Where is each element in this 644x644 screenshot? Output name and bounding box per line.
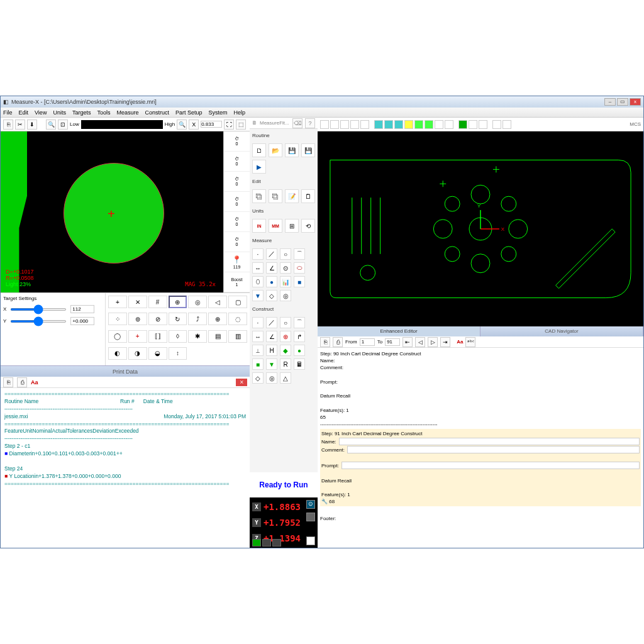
dro-y-axis[interactable]: Y [252, 518, 261, 527]
con-tangent-icon[interactable]: H [266, 345, 277, 356]
cad-flag-icon[interactable] [458, 120, 467, 129]
dro-home-icon[interactable] [252, 539, 261, 547]
meas-slot-icon[interactable]: ⬯ [252, 276, 264, 287]
editor-copy-icon[interactable]: ⎘ [320, 337, 330, 347]
mf-delete-icon[interactable]: ⌫ [292, 118, 303, 128]
cad-viewport[interactable]: X Y [318, 131, 643, 326]
tab-editor[interactable]: Enhanced Editor [318, 326, 480, 336]
light-3[interactable]: ⏱0 [224, 192, 250, 212]
menu-construct[interactable]: Construct [145, 109, 169, 116]
cad-note-icon[interactable] [479, 120, 487, 129]
tool-b-icon[interactable]: ⬚ [236, 119, 246, 130]
cad-copy-icon[interactable] [320, 120, 329, 129]
tool-rings-icon[interactable]: ⊚ [128, 313, 147, 325]
boost[interactable]: Boost1 [224, 272, 250, 292]
tool-box-icon[interactable]: ▢ [228, 296, 247, 308]
cad-view2-icon[interactable] [502, 120, 511, 129]
meas-blob-icon[interactable]: ● [266, 276, 277, 287]
snap-icon[interactable]: ✂ [15, 119, 25, 130]
tool-angle-icon[interactable]: ◁ [208, 296, 227, 308]
meas-angle-icon[interactable]: ∠ [266, 262, 277, 274]
con-tri-icon[interactable]: ▼ [266, 358, 277, 370]
meas-line-icon[interactable]: ／ [266, 248, 277, 260]
edit-note-icon[interactable]: 🗒 [301, 189, 315, 203]
con-line-icon[interactable]: ／ [266, 317, 277, 328]
tool-dashcircle-icon[interactable]: ◌ [228, 313, 247, 325]
units-polar-icon[interactable]: ⟲ [301, 219, 315, 233]
con-plane-icon[interactable]: ◇ [252, 372, 264, 384]
con-cone-icon[interactable]: △ [280, 372, 291, 384]
tool-edge2-icon[interactable]: ◑ [128, 347, 147, 360]
save-icon[interactable]: ⬇ [27, 119, 37, 130]
tool-circle-target-icon[interactable]: ⊕ [169, 296, 187, 308]
cad-layer6-icon[interactable] [425, 120, 433, 129]
video-viewport[interactable]: + D=+0.1017 R=+0.0508 Light 23% MAG 35.2… [1, 131, 223, 292]
meas-point-icon[interactable]: · [252, 248, 264, 260]
editor-body[interactable]: Step: 90 Inch Cart Decimal Degree Constr… [318, 348, 643, 548]
step91-comment-input[interactable] [347, 446, 640, 453]
con-intersect-icon[interactable]: ⊕ [280, 331, 291, 342]
cad-zoomin-icon[interactable] [350, 120, 359, 129]
tool-curve-icon[interactable]: ⤴ [188, 313, 207, 325]
editor-to-input[interactable] [385, 338, 400, 346]
con-sphere-icon[interactable]: ◎ [266, 372, 277, 384]
con-width-icon[interactable]: ↔ [252, 331, 264, 342]
routine-saveas-icon[interactable]: 💾 [301, 143, 315, 157]
editor-prev-icon[interactable]: ◁ [415, 337, 425, 347]
tool-edge1-icon[interactable]: ◐ [108, 347, 127, 360]
con-project-icon[interactable]: ⟂ [252, 345, 264, 356]
units-mm-button[interactable]: MM [269, 219, 282, 233]
print-close-icon[interactable]: ⨯ [236, 379, 247, 386]
edit-paste-icon[interactable]: ⿻ [269, 189, 282, 203]
tool-chart2-icon[interactable]: ▥ [228, 330, 247, 343]
print-print-icon[interactable]: ⎙ [17, 377, 27, 387]
menu-help[interactable]: Help [234, 109, 246, 116]
meas-sphere-icon[interactable]: ◎ [280, 290, 291, 301]
dro-power-icon[interactable] [306, 536, 315, 545]
tool-redcross-icon[interactable]: + [128, 330, 147, 343]
tool-concentric-icon[interactable]: ◎ [188, 296, 207, 308]
doc-icon[interactable]: 🗎 [252, 120, 257, 126]
con-circle-icon[interactable]: ○ [280, 317, 291, 328]
editor-next-icon[interactable]: ▷ [428, 337, 438, 347]
step91-name-input[interactable] [339, 438, 640, 445]
mcs-label[interactable]: MCS [630, 121, 641, 127]
tool-edge3-icon[interactable]: ◒ [148, 347, 167, 360]
menu-targets[interactable]: Targets [72, 109, 91, 116]
cad-target-icon[interactable] [445, 120, 453, 129]
light-5[interactable]: ⏱0 [224, 232, 250, 252]
cad-zoomfit-icon[interactable] [360, 120, 369, 129]
meas-midpoint-icon[interactable]: ⊙ [280, 262, 291, 274]
meas-ellipse-icon[interactable]: ⬭ [294, 262, 305, 274]
menu-measure[interactable]: Measure [116, 109, 138, 116]
dro-move-icon[interactable] [306, 513, 315, 521]
dro-mode-icon[interactable]: ⊙ [306, 500, 315, 509]
routine-run-icon[interactable]: ▶ [252, 160, 266, 174]
tool-chart1-icon[interactable]: ▤ [208, 330, 227, 343]
cad-layer1-icon[interactable] [374, 120, 383, 129]
target-y-input[interactable] [70, 317, 94, 325]
menu-system[interactable]: System [209, 109, 228, 116]
editor-print-icon[interactable]: ⎙ [333, 337, 343, 347]
menu-edit[interactable]: Edit [19, 109, 29, 116]
cad-zoomout-icon[interactable] [340, 120, 349, 129]
cad-view1-icon[interactable] [492, 120, 501, 129]
tool-pin-icon[interactable]: ◊ [169, 330, 187, 343]
cad-layer3-icon[interactable] [394, 120, 403, 129]
con-calc-icon[interactable]: 🖩 [294, 358, 305, 370]
zoom-units-icon[interactable]: X [189, 119, 199, 130]
light-0[interactable]: ⏱0 [224, 131, 250, 152]
cad-dim-icon[interactable] [469, 120, 477, 129]
editor-last-icon[interactable]: ⇥ [440, 337, 450, 347]
tool-crosshair2-icon[interactable]: ⊕ [208, 313, 227, 325]
cad-layer2-icon[interactable] [384, 120, 393, 129]
menu-view[interactable]: View [35, 109, 47, 116]
zoom-fit-icon[interactable]: ⊡ [58, 119, 68, 130]
close-button[interactable]: x [630, 98, 641, 106]
con-angle-icon[interactable]: ∠ [266, 331, 277, 342]
target-x-input[interactable] [70, 305, 94, 313]
routine-open-icon[interactable]: 📂 [269, 143, 282, 157]
target-y-slider[interactable] [10, 320, 67, 323]
meas-rect-icon[interactable]: ■ [294, 276, 305, 287]
light-2[interactable]: ⏱0 [224, 172, 250, 192]
